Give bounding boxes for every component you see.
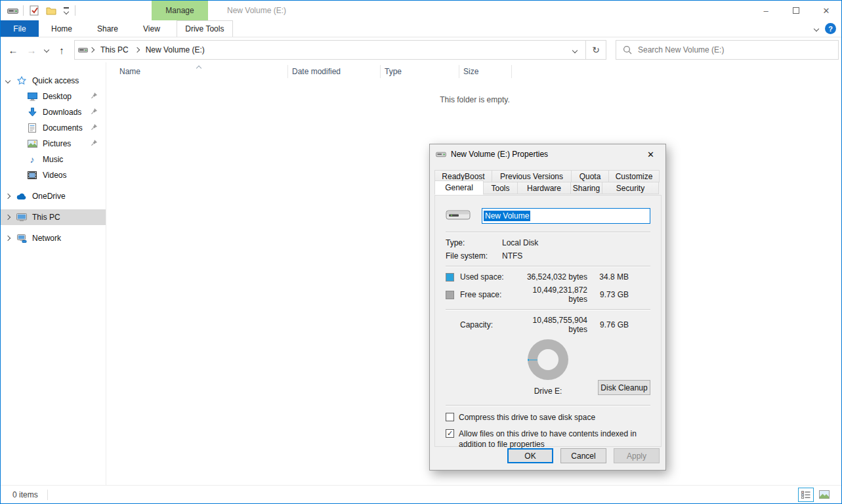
sidebar-item-label: OneDrive: [32, 192, 66, 201]
caption-buttons: – ✕: [751, 1, 841, 20]
checkbox-label: Allow files on this drive to have conten…: [459, 429, 650, 450]
usage-size: 9.73 GB: [587, 290, 650, 299]
maximize-button[interactable]: [781, 1, 811, 20]
desktop-icon: [27, 91, 37, 102]
usage-bytes: 36,524,032 bytes: [516, 272, 587, 282]
sidebar-item-network[interactable]: Network: [1, 230, 106, 246]
column-header-type[interactable]: Type: [381, 65, 459, 78]
sidebar-item-onedrive[interactable]: OneDrive: [1, 188, 106, 204]
volume-label-input[interactable]: New Volume: [482, 208, 650, 224]
tab-general[interactable]: General: [434, 180, 484, 195]
sidebar-item-downloads[interactable]: Downloads: [1, 104, 106, 120]
cancel-button[interactable]: Cancel: [560, 448, 606, 463]
free-space-swatch: [446, 291, 454, 299]
index-checkbox[interactable]: ✓: [446, 429, 454, 438]
tab-quota[interactable]: Quota: [571, 170, 609, 182]
contextual-tab-group[interactable]: Manage: [152, 1, 208, 20]
sidebar-item-label: Network: [32, 234, 61, 243]
disk-cleanup-button[interactable]: Disk Cleanup: [598, 380, 650, 395]
tab-tools[interactable]: Tools: [483, 182, 518, 194]
expander-icon[interactable]: [5, 78, 11, 83]
this-pc-icon: [16, 212, 27, 222]
ribbon-tab-row: File Home Share View Drive Tools ?: [1, 20, 841, 37]
apply-button[interactable]: Apply: [614, 448, 660, 463]
tab-previous-versions[interactable]: Previous Versions: [492, 170, 572, 182]
back-button[interactable]: ←: [5, 41, 22, 58]
tab-security[interactable]: Security: [602, 182, 659, 194]
usage-bytes: 10,449,231,872 bytes: [516, 285, 587, 304]
ok-button[interactable]: OK: [507, 448, 553, 463]
capacity-label: Capacity:: [460, 320, 516, 329]
search-box[interactable]: Search New Volume (E:): [616, 40, 839, 60]
sidebar-item-desktop[interactable]: Desktop: [1, 89, 106, 104]
capacity-size: 9.76 GB: [587, 320, 650, 329]
separator: [446, 405, 650, 406]
dialog-close-button[interactable]: ✕: [636, 144, 665, 164]
column-header-size[interactable]: Size: [459, 65, 512, 78]
column-header-date-modified[interactable]: Date modified: [288, 65, 381, 78]
sidebar-gap: [1, 183, 106, 188]
pictures-icon: [27, 138, 37, 149]
tab-customize[interactable]: Customize: [608, 170, 660, 182]
sidebar-item-music[interactable]: ♪ Music: [1, 152, 106, 167]
large-icons-view-button[interactable]: [816, 488, 832, 502]
address-dropdown-icon[interactable]: [567, 45, 583, 54]
title-bar: Manage New Volume (E:) – ✕: [1, 1, 841, 20]
downloads-icon: [27, 107, 37, 117]
field-value: Local Disk: [502, 238, 538, 247]
sidebar-item-label: Desktop: [43, 92, 72, 101]
details-view-button[interactable]: [798, 488, 814, 502]
quick-access-toolbar: [1, 3, 75, 18]
usage-donut-wrap: [446, 339, 650, 380]
sidebar-item-pictures[interactable]: Pictures: [1, 136, 106, 152]
tab-sharing[interactable]: Sharing: [570, 182, 602, 194]
breadcrumb-chevron-icon[interactable]: [89, 47, 95, 52]
customize-toolbar-icon[interactable]: [62, 7, 71, 14]
close-button[interactable]: ✕: [811, 1, 841, 20]
address-bar[interactable]: This PC New Volume (E:): [74, 40, 586, 60]
expander-icon[interactable]: [5, 215, 11, 220]
sidebar-item-quick-access[interactable]: Quick access: [1, 73, 106, 89]
separator: [446, 232, 650, 233]
expander-icon[interactable]: [5, 236, 11, 241]
sidebar-item-documents[interactable]: Documents: [1, 120, 106, 136]
tab-file[interactable]: File: [1, 20, 39, 37]
tab-home[interactable]: Home: [39, 20, 85, 37]
drive-large-icon: [446, 206, 471, 225]
tab-hardware[interactable]: Hardware: [517, 182, 571, 194]
volume-label-row: New Volume: [446, 206, 650, 225]
music-icon: ♪: [27, 154, 37, 165]
field-row-type: Type: Local Disk: [446, 238, 650, 247]
sidebar-item-this-pc[interactable]: This PC: [1, 209, 106, 225]
address-row: ← → ↑ This PC New Volume (E:) ↻ Search N…: [1, 37, 841, 62]
pin-icon: [91, 123, 98, 133]
tab-drive-tools[interactable]: Drive Tools: [177, 20, 233, 37]
breadcrumb-new-volume[interactable]: New Volume (E:): [141, 41, 209, 59]
help-icon[interactable]: ?: [825, 23, 836, 34]
expand-ribbon-icon[interactable]: [814, 26, 819, 31]
forward-button[interactable]: →: [23, 41, 40, 58]
field-value: NTFS: [502, 251, 522, 261]
drive-row: Drive E: Disk Cleanup: [446, 383, 650, 400]
pin-icon: [91, 108, 98, 117]
sidebar-item-label: Music: [43, 155, 63, 164]
refresh-button[interactable]: ↻: [586, 40, 606, 60]
expander-icon[interactable]: [5, 194, 11, 199]
minimize-button[interactable]: –: [751, 1, 781, 20]
checkbox-label: Compress this drive to save disk space: [459, 412, 650, 423]
up-button[interactable]: ↑: [53, 41, 70, 58]
sidebar-item-videos[interactable]: Videos: [1, 167, 106, 183]
tab-share[interactable]: Share: [85, 20, 131, 37]
properties-icon[interactable]: [28, 3, 41, 18]
new-folder-icon[interactable]: [45, 3, 58, 18]
properties-dialog: New Volume (E:) Properties ✕ ReadyBoost …: [429, 144, 666, 471]
field-row-file-system: File system: NTFS: [446, 251, 650, 261]
status-divider: [47, 490, 48, 500]
compress-checkbox[interactable]: [446, 413, 454, 421]
breadcrumb-chevron-icon[interactable]: [134, 47, 139, 52]
breadcrumb-this-pc[interactable]: This PC: [96, 41, 133, 59]
compress-checkbox-row: Compress this drive to save disk space: [446, 412, 650, 423]
recent-locations-icon[interactable]: [41, 41, 52, 58]
tab-view[interactable]: View: [131, 20, 173, 37]
used-space-row: Used space: 36,524,032 bytes 34.8 MB: [446, 272, 650, 282]
